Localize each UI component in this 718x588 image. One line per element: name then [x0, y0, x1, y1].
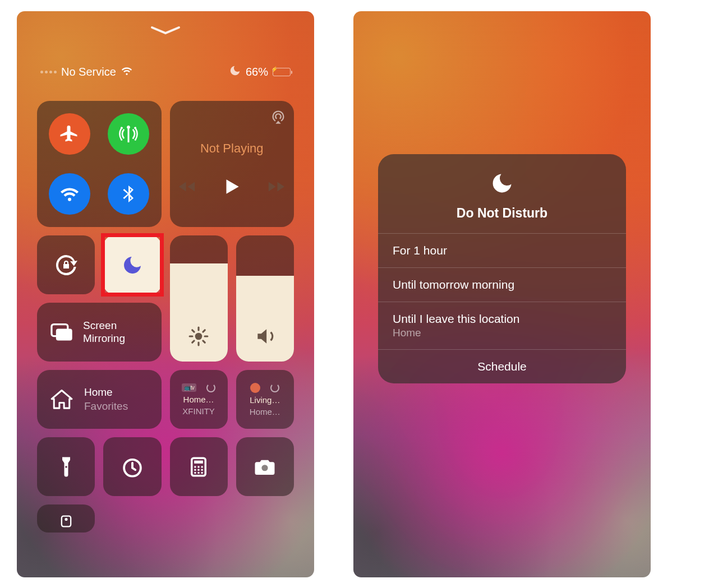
svg-point-23: [262, 465, 268, 471]
battery-icon: ⚡: [273, 68, 291, 76]
accessory1-sublabel: XFINITY: [182, 406, 215, 416]
wifi-icon: [59, 184, 80, 204]
home-accessory-2-button[interactable]: Living… Home…: [236, 370, 294, 429]
appletv-icon: 📺tv: [182, 383, 196, 392]
connectivity-group[interactable]: [37, 101, 162, 227]
signal-dots-icon: [40, 71, 57, 73]
svg-line-6: [203, 341, 205, 342]
battery-percent: 66%: [246, 66, 268, 78]
orientation-lock-toggle[interactable]: [37, 235, 95, 294]
cellular-data-toggle[interactable]: [108, 113, 149, 155]
home-sublabel: Favorites: [84, 400, 128, 414]
camera-button[interactable]: [236, 437, 294, 496]
dnd-location-sublabel: Home: [393, 327, 611, 339]
home-label: Home: [84, 386, 128, 400]
svg-point-21: [197, 471, 200, 474]
airplay-icon[interactable]: [270, 109, 286, 127]
screen-mirroring-button[interactable]: Screen Mirroring: [37, 303, 162, 362]
svg-point-22: [201, 471, 204, 474]
svg-point-0: [195, 333, 202, 340]
timer-button[interactable]: [103, 437, 161, 496]
accessory-dot-icon: [250, 383, 260, 393]
screen-mirroring-icon: [49, 321, 73, 344]
screen-mirroring-label-2: Mirroring: [83, 332, 125, 345]
timer-icon: [121, 455, 144, 479]
carrier-label: No Service: [61, 66, 116, 78]
dnd-schedule-option[interactable]: Schedule: [378, 350, 626, 383]
accessory1-label: Home…: [183, 395, 214, 404]
moon-icon: [490, 171, 514, 196]
svg-point-14: [194, 466, 196, 468]
previous-track-button[interactable]: [177, 177, 196, 198]
play-button[interactable]: [221, 176, 242, 200]
grabber-chevron-icon[interactable]: [150, 24, 181, 41]
camera-icon: [253, 455, 277, 479]
svg-point-17: [194, 469, 196, 471]
dnd-menu-screen: Do Not Disturb For 1 hour Until tomorrow…: [353, 11, 651, 577]
svg-rect-13: [194, 460, 203, 463]
bluetooth-toggle[interactable]: [108, 173, 149, 215]
volume-slider[interactable]: [236, 235, 294, 362]
svg-point-20: [194, 471, 196, 474]
extra-shortcut-button[interactable]: [37, 504, 95, 533]
home-accessory-1-button[interactable]: 📺tv Home… XFINITY: [170, 370, 228, 429]
wifi-status-icon: [121, 64, 133, 80]
calculator-button[interactable]: [170, 437, 228, 496]
svg-point-18: [197, 469, 200, 471]
status-bar: No Service 66% ⚡: [17, 64, 314, 80]
svg-point-16: [201, 466, 204, 468]
spinner-icon: [270, 383, 279, 392]
extra-icon: [58, 513, 74, 529]
wifi-toggle[interactable]: [49, 173, 90, 215]
dnd-for-1-hour-option[interactable]: For 1 hour: [378, 234, 626, 267]
svg-line-8: [203, 330, 205, 332]
dnd-until-leave-option[interactable]: Until I leave this location Home: [378, 302, 626, 349]
svg-line-7: [192, 341, 194, 342]
orientation-lock-icon: [53, 252, 80, 279]
brightness-icon: [188, 326, 209, 349]
accessory2-sublabel: Home…: [250, 407, 280, 416]
speaker-icon: [254, 326, 275, 349]
dnd-until-morning-option[interactable]: Until tomorrow morning: [378, 268, 626, 302]
accessory2-label: Living…: [250, 395, 280, 405]
svg-rect-10: [56, 328, 72, 340]
airplane-icon: [59, 124, 80, 144]
dnd-status-moon-icon: [229, 64, 241, 80]
svg-point-19: [201, 469, 204, 471]
airplane-mode-toggle[interactable]: [49, 113, 90, 155]
do-not-disturb-menu: Do Not Disturb For 1 hour Until tomorrow…: [378, 154, 626, 383]
flashlight-button[interactable]: [37, 437, 95, 496]
flashlight-icon: [54, 455, 78, 479]
home-favorites-button[interactable]: Home Favorites: [37, 370, 162, 429]
dnd-until-leave-label: Until I leave this location: [393, 312, 611, 326]
control-center-screen: No Service 66% ⚡: [17, 11, 314, 577]
svg-line-5: [192, 330, 194, 332]
next-track-button[interactable]: [267, 177, 286, 198]
svg-rect-24: [61, 516, 70, 527]
svg-point-15: [197, 466, 200, 468]
do-not-disturb-toggle[interactable]: [103, 235, 161, 294]
home-icon: [49, 387, 74, 412]
svg-point-25: [65, 518, 67, 521]
antenna-icon: [118, 124, 139, 144]
calculator-icon: [187, 455, 210, 479]
media-title: Not Playing: [200, 141, 264, 156]
bluetooth-icon: [118, 184, 139, 204]
dnd-menu-title: Do Not Disturb: [378, 206, 626, 221]
media-controls-tile[interactable]: Not Playing: [170, 101, 294, 227]
brightness-slider[interactable]: [170, 235, 228, 362]
spinner-icon: [206, 383, 215, 392]
highlight-annotation: [101, 233, 163, 297]
screen-mirroring-label-1: Screen: [83, 320, 125, 332]
